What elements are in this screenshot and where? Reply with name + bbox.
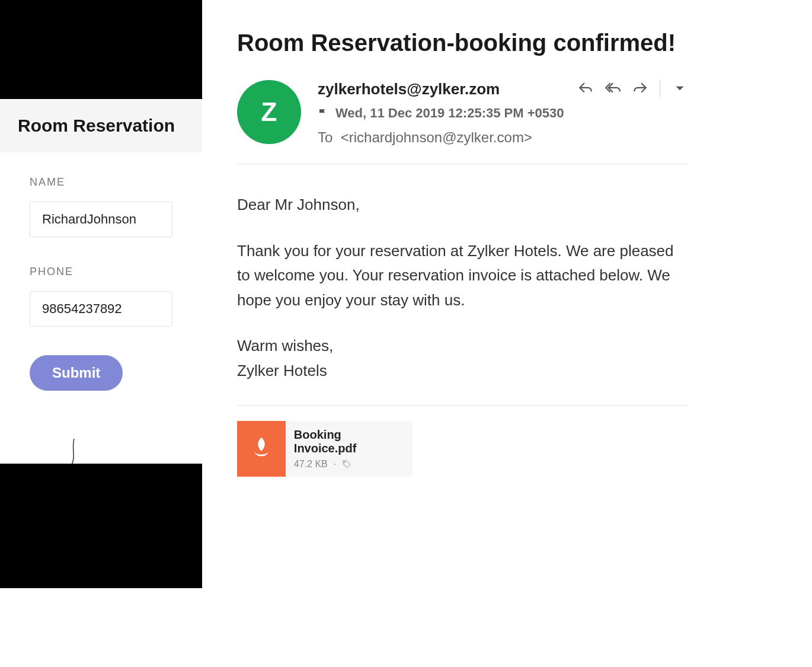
attachment-name: Booking Invoice.pdf	[294, 428, 404, 455]
reply-all-icon[interactable]	[605, 81, 621, 96]
top-black-bar	[0, 0, 202, 99]
email-header: Z zylkerhotels@zylker.zom Wed, 11 Dec 20…	[237, 80, 688, 164]
to-line: To <richardjohnson@zylker.com>	[318, 129, 688, 146]
form-title: Room Reservation	[0, 99, 202, 152]
sender-avatar: Z	[237, 80, 301, 144]
attachment-meta: 47.2 KB ·	[294, 459, 404, 470]
form-panel: Room Reservation NAME PHONE Submit	[0, 0, 202, 587]
email-body: Dear Mr Johnson, Thank you for your rese…	[237, 164, 688, 384]
svg-point-0	[344, 461, 346, 462]
phone-label: PHONE	[30, 266, 172, 278]
action-divider	[660, 80, 660, 97]
email-closing: Warm wishes, Zylker Hotels	[237, 334, 688, 383]
reply-icon[interactable]	[578, 81, 593, 96]
email-body-text: Thank you for your reservation at Zylker…	[237, 239, 688, 313]
date-row: Wed, 11 Dec 2019 12:25:35 PM +0530	[318, 106, 688, 121]
flag-icon[interactable]	[318, 108, 328, 119]
to-address: <richardjohnson@zylker.com>	[341, 129, 532, 145]
email-actions	[578, 80, 688, 97]
email-subject: Room Reservation-booking confirmed!	[237, 30, 688, 56]
attachment-size: 47.2 KB	[294, 459, 328, 470]
submit-button[interactable]: Submit	[30, 355, 123, 391]
name-label: NAME	[30, 176, 172, 189]
body-divider	[237, 405, 688, 406]
email-date: Wed, 11 Dec 2019 12:25:35 PM +0530	[335, 106, 564, 121]
to-label: To	[318, 129, 333, 145]
email-greeting: Dear Mr Johnson,	[237, 193, 688, 218]
attachment[interactable]: Booking Invoice.pdf 47.2 KB ·	[237, 421, 413, 477]
tag-icon[interactable]	[342, 459, 351, 469]
chevron-down-icon[interactable]	[672, 81, 688, 96]
name-input[interactable]	[30, 202, 172, 237]
email-panel: Room Reservation-booking confirmed! Z zy…	[237, 30, 688, 477]
bottom-black-bar	[0, 464, 202, 588]
phone-input[interactable]	[30, 291, 172, 327]
form-body: NAME PHONE Submit	[0, 152, 202, 391]
pdf-icon	[237, 421, 286, 477]
attachment-info: Booking Invoice.pdf 47.2 KB ·	[286, 422, 413, 475]
forward-icon[interactable]	[632, 81, 648, 96]
